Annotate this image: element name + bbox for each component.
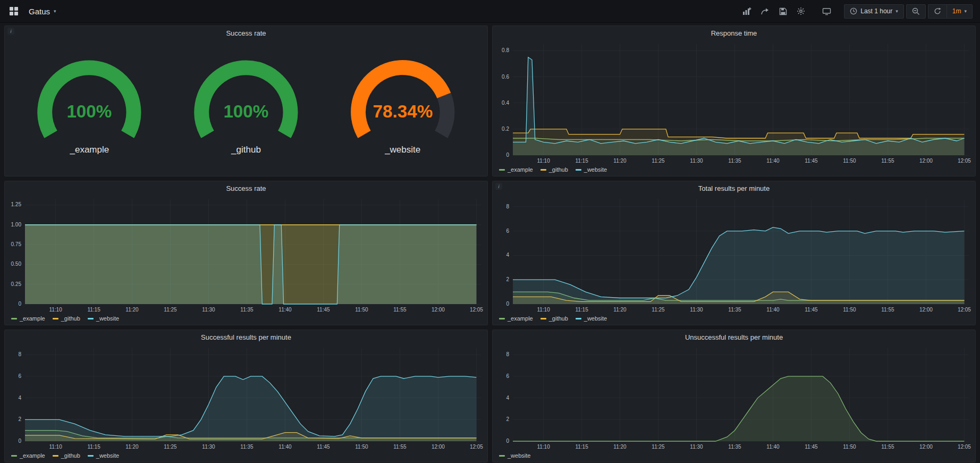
svg-text:11:35: 11:35 <box>728 158 741 164</box>
legend-item[interactable]: _example <box>11 315 45 322</box>
legend-swatch-icon <box>576 318 581 319</box>
svg-text:11:50: 11:50 <box>355 444 368 450</box>
legend-swatch-icon <box>540 169 546 171</box>
svg-text:11:55: 11:55 <box>881 307 894 313</box>
svg-text:11:20: 11:20 <box>613 444 627 450</box>
svg-text:11:55: 11:55 <box>393 307 407 313</box>
panel-header[interactable]: Unsuccessful results per minute <box>493 330 975 344</box>
chart-svg[interactable]: 0246811:1011:1511:2011:2511:3011:3511:40… <box>493 195 975 315</box>
refresh-button[interactable] <box>928 4 947 19</box>
legend-item[interactable]: _website <box>576 166 607 173</box>
panel-header[interactable]: i Success rate <box>5 26 487 40</box>
legend-item[interactable]: _website <box>88 452 119 459</box>
gauge-label: _example <box>70 145 109 155</box>
gauge-_example: 100%_example <box>11 41 168 171</box>
settings-button[interactable] <box>793 4 809 18</box>
panel-info-icon[interactable]: i <box>7 28 14 35</box>
save-icon <box>779 7 787 15</box>
svg-text:11:40: 11:40 <box>766 307 780 313</box>
svg-text:0.6: 0.6 <box>502 74 509 80</box>
svg-text:11:50: 11:50 <box>843 307 856 313</box>
legend-swatch-icon <box>53 318 58 319</box>
panel-title: Response time <box>711 29 757 37</box>
chart-svg[interactable]: 0246811:1011:1511:2011:2511:3011:3511:40… <box>5 344 487 452</box>
svg-text:12:00: 12:00 <box>432 307 445 313</box>
grid-logo-icon[interactable] <box>7 5 20 18</box>
gauge-value: 100% <box>224 102 269 121</box>
svg-text:11:15: 11:15 <box>575 307 588 313</box>
gauge-value: 100% <box>67 102 112 121</box>
legend-item[interactable]: _example <box>499 315 533 322</box>
grid-logo-squares <box>10 7 18 15</box>
legend-swatch-icon <box>576 169 581 171</box>
svg-text:11:15: 11:15 <box>87 444 100 450</box>
panel-response-time: Response time 00.20.40.60.811:1011:1511:… <box>492 26 976 176</box>
svg-text:11:20: 11:20 <box>613 307 627 313</box>
share-button[interactable] <box>757 4 773 18</box>
unsuccessful-results-chart: 0246811:1011:1511:2011:2511:3011:3511:40… <box>493 344 975 452</box>
legend-item[interactable]: _example <box>11 452 45 459</box>
navbar: Gatus ▾ <box>0 0 980 22</box>
svg-text:2: 2 <box>506 276 509 282</box>
svg-text:0.4: 0.4 <box>502 100 509 106</box>
legend-item[interactable]: _website <box>88 315 119 322</box>
svg-text:0.25: 0.25 <box>11 281 22 287</box>
chart-svg[interactable]: 00.20.40.60.811:1011:1511:2011:2511:3011… <box>493 40 975 166</box>
svg-text:12:00: 12:00 <box>919 158 933 164</box>
panel-info-icon[interactable]: i <box>495 183 502 190</box>
dashboard-grid: i Success rate 100%_example100%_github78… <box>0 22 980 462</box>
chart-svg[interactable]: 0246811:1011:1511:2011:2511:3011:3511:40… <box>493 344 975 452</box>
legend-item[interactable]: _github <box>540 315 568 322</box>
panel-title: Unsuccessful results per minute <box>685 333 783 341</box>
clock-icon <box>850 7 857 15</box>
legend-item[interactable]: _website <box>576 315 607 322</box>
tv-mode-button[interactable] <box>818 4 834 18</box>
successful-results-chart: 0246811:1011:1511:2011:2511:3011:3511:40… <box>5 344 487 452</box>
legend-item[interactable]: _website <box>499 452 530 459</box>
svg-text:6: 6 <box>506 373 509 379</box>
legend-item[interactable]: _github <box>53 452 80 459</box>
svg-text:11:35: 11:35 <box>728 444 741 450</box>
legend-item[interactable]: _github <box>53 315 80 322</box>
svg-text:11:50: 11:50 <box>355 307 368 313</box>
svg-text:11:40: 11:40 <box>278 444 292 450</box>
gear-icon <box>797 7 805 15</box>
svg-text:11:10: 11:10 <box>49 444 62 450</box>
chevron-down-icon: ▾ <box>54 9 56 14</box>
gauge-arc-svg: 100% <box>183 56 309 143</box>
svg-text:6: 6 <box>506 228 509 234</box>
svg-text:11:20: 11:20 <box>125 307 139 313</box>
svg-text:8: 8 <box>506 204 509 209</box>
chart-legend: _example_github_website <box>493 166 975 176</box>
refresh-interval-button[interactable]: 1m ▾ <box>947 4 973 19</box>
refresh-interval-label: 1m <box>952 7 961 15</box>
dashboard-title-button[interactable]: Gatus ▾ <box>26 6 60 16</box>
zoom-out-button[interactable] <box>906 4 926 19</box>
panel-header[interactable]: Response time <box>493 26 975 40</box>
svg-text:11:45: 11:45 <box>805 158 818 164</box>
legend-item[interactable]: _example <box>499 166 533 173</box>
time-range-button[interactable]: Last 1 hour ▾ <box>844 4 904 19</box>
svg-text:11:55: 11:55 <box>881 158 894 164</box>
panel-header[interactable]: i Total results per minute <box>493 181 975 195</box>
gauge-label: _github <box>231 145 261 155</box>
page-title: Gatus <box>29 7 50 16</box>
svg-text:11:35: 11:35 <box>728 307 741 313</box>
svg-text:11:20: 11:20 <box>613 158 627 164</box>
legend-item[interactable]: _github <box>540 166 568 173</box>
panel-header[interactable]: Success rate <box>5 181 487 195</box>
chart-svg[interactable]: 00.250.500.751.001.2511:1011:1511:2011:2… <box>5 195 487 315</box>
panel-header[interactable]: Successful results per minute <box>5 330 487 344</box>
add-panel-button[interactable] <box>739 4 755 18</box>
svg-text:12:05: 12:05 <box>958 158 971 164</box>
svg-text:11:35: 11:35 <box>240 307 254 313</box>
svg-text:11:45: 11:45 <box>805 444 818 450</box>
svg-text:12:05: 12:05 <box>958 307 971 313</box>
success-rate-chart: 00.250.500.751.001.2511:1011:1511:2011:2… <box>5 195 487 315</box>
svg-text:11:25: 11:25 <box>652 307 665 313</box>
svg-text:11:45: 11:45 <box>805 307 818 313</box>
svg-text:11:50: 11:50 <box>843 158 856 164</box>
svg-text:0.2: 0.2 <box>502 126 509 132</box>
save-button[interactable] <box>775 4 791 18</box>
svg-text:11:25: 11:25 <box>652 158 665 164</box>
